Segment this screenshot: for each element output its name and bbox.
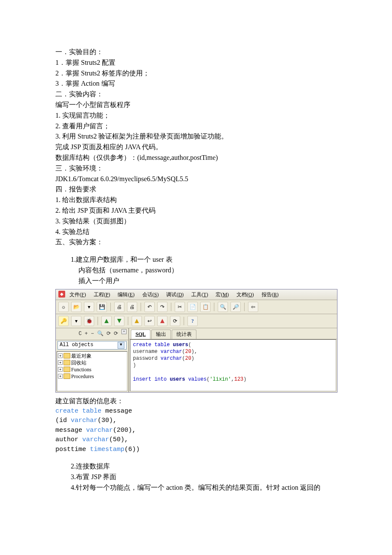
- sql-spec: (6)): [124, 446, 140, 453]
- step-3-line: 3.布置 JSP 界面: [55, 472, 337, 483]
- cut-icon[interactable]: ✂: [175, 302, 185, 312]
- section-2-title: 二．实验内容：: [55, 89, 337, 100]
- section-1-item: 3．掌握 Action 编写: [55, 78, 337, 89]
- menu-item[interactable]: 报告(R): [262, 291, 279, 299]
- section-2-item: 2. 查看用户留言；: [55, 121, 337, 132]
- tree-item[interactable]: +回收站: [58, 359, 126, 366]
- sql-create-message: create table message (id varchar(30), me…: [55, 407, 337, 455]
- help-icon[interactable]: ?: [187, 316, 198, 326]
- section-2-intro: 编写一个小型留言板程序: [55, 100, 337, 110]
- step-1-line: 1.建立用户数据库，和一个 user 表: [55, 254, 337, 265]
- tree-item[interactable]: +最近对象: [58, 353, 126, 359]
- tree-item[interactable]: +Functions: [58, 366, 126, 373]
- menu-item[interactable]: 会话(S): [142, 291, 159, 299]
- menu-item[interactable]: 编辑(E): [118, 291, 134, 299]
- tree-item-label: Procedures: [71, 373, 94, 380]
- find-icon[interactable]: 🔍: [218, 302, 228, 312]
- close-icon[interactable]: ×: [121, 329, 127, 334]
- sql-table-name: message: [101, 408, 132, 415]
- execute-step-icon[interactable]: [114, 316, 124, 326]
- section-1-item: 2．掌握 Struts2 标签库的使用；: [55, 68, 337, 79]
- tab-输出[interactable]: 输出: [151, 330, 171, 339]
- sql-column: id: [59, 417, 67, 424]
- object-tree[interactable]: +最近对象+回收站+Functions+Procedures: [57, 351, 127, 391]
- menu-item[interactable]: 宏(M): [216, 291, 229, 299]
- section-4-title: 四．报告要求: [55, 184, 337, 195]
- sql-type: varchar: [82, 436, 109, 443]
- menu-item[interactable]: 文件(F): [69, 291, 86, 299]
- folder-icon: [63, 373, 70, 379]
- dropdown-icon[interactable]: ▾: [71, 316, 81, 326]
- menu-item[interactable]: 文档(O): [236, 291, 254, 299]
- sql-type: varchar: [67, 417, 98, 424]
- section-4-item: 3. 实验结果（页面抓图）: [55, 216, 337, 227]
- expand-icon[interactable]: +: [58, 367, 63, 372]
- paste-icon[interactable]: 📋: [200, 302, 210, 312]
- refresh-icon[interactable]: ⟳: [170, 316, 180, 326]
- print-icon[interactable]: 🖨: [114, 302, 124, 312]
- tab-SQL[interactable]: SQL: [131, 330, 150, 339]
- section-4-item: 4. 实验总结: [55, 227, 337, 237]
- db-ide-screenshot: ◆ 文件(F)工程(P)编辑(E)会话(S)调试(D)工具(T)宏(M)文档(O…: [55, 289, 337, 393]
- sql-type: varchar: [86, 427, 113, 434]
- sql-keyword: create table: [55, 408, 101, 415]
- expand-icon[interactable]: +: [58, 360, 63, 365]
- save-icon[interactable]: 💾: [97, 302, 107, 312]
- tree-item-label: 回收站: [71, 359, 86, 366]
- step-2-line: 2.连接数据库: [55, 461, 337, 472]
- chevron-down-icon: ▼: [118, 342, 124, 349]
- sql-editor[interactable]: create table users( username varchar(20)…: [130, 339, 336, 391]
- section-5-title: 五、实验方案：: [55, 237, 337, 248]
- print-preview-icon[interactable]: 🖨: [127, 302, 137, 312]
- sql-column: message: [55, 427, 86, 434]
- sql-column: author: [55, 436, 82, 443]
- object-filter-select[interactable]: All objects ▼: [58, 341, 127, 350]
- object-filter-value: All objects: [60, 341, 93, 349]
- commit-icon[interactable]: [132, 316, 142, 326]
- app-icon: ◆: [58, 291, 65, 298]
- message-table-intro: 建立留言版的信息表：: [55, 396, 337, 407]
- sql-spec: (30),: [98, 417, 117, 424]
- object-browser: C + − 🔍 ⟳ ⟳ × All objects ▼ +最近对象+回收站+Fu…: [56, 328, 129, 392]
- explain-icon[interactable]: [157, 316, 167, 326]
- section-2-item: 1. 实现留言功能；: [55, 110, 337, 121]
- open-icon[interactable]: 📂: [71, 302, 81, 312]
- step-1-line: 内容包括（username，password）: [55, 265, 337, 276]
- menu-item[interactable]: 调试(D): [166, 291, 184, 299]
- tree-mini-toolbar: C + − 🔍 ⟳ ⟳: [77, 329, 120, 339]
- back-icon[interactable]: ⇦: [248, 302, 258, 312]
- find-next-icon[interactable]: 🔎: [231, 302, 241, 312]
- tree-item[interactable]: +Procedures: [58, 373, 126, 380]
- ide-menubar: ◆ 文件(F)工程(P)编辑(E)会话(S)调试(D)工具(T)宏(M)文档(O…: [56, 289, 337, 301]
- execute-icon[interactable]: [101, 316, 112, 326]
- editor-tabs: SQL输出统计表: [129, 328, 337, 339]
- copy-icon[interactable]: 📄: [187, 302, 198, 312]
- section-3-env: JDK1.6/Tomcat 6.0.29/myeclipse6.5/MySQL5…: [55, 174, 337, 185]
- section-4-item: 1. 给出数据库表结构: [55, 195, 337, 205]
- sql-paren: (: [55, 417, 59, 424]
- tree-item-label: Functions: [71, 366, 91, 373]
- redo-icon[interactable]: ↷: [157, 302, 167, 312]
- step-4-line: 4.针对每一个功能点，编写一个 action 类。编写相关的结果页面。针对 ac…: [55, 483, 337, 493]
- expand-icon[interactable]: +: [58, 353, 63, 358]
- ide-toolbar-1: ☼ 📂 ▾ 💾 🖨 🖨 ↶ ↷ ✂ 📄 📋 🔍 🔎 ⇦: [56, 300, 337, 314]
- rollback-icon[interactable]: ↩: [144, 316, 155, 326]
- bug-icon[interactable]: 🐞: [84, 316, 94, 326]
- section-2-item: 3. 利用 Struts2 验证框架为注册和登录页面增加验证功能。: [55, 131, 337, 142]
- dropdown-icon[interactable]: ▾: [84, 302, 94, 312]
- expand-icon[interactable]: +: [58, 374, 63, 379]
- undo-icon[interactable]: ↶: [144, 302, 155, 312]
- section-2-db: 数据库结构（仅供参考）：(id,message,author,postTime): [55, 153, 337, 163]
- menu-item[interactable]: 工具(T): [191, 291, 208, 299]
- tab-统计表[interactable]: 统计表: [172, 330, 196, 339]
- sql-type: timestamp: [90, 446, 124, 453]
- folder-icon: [63, 360, 70, 365]
- section-2-jsp: 完成 JSP 页面及相应的 JAVA 代码。: [55, 142, 337, 153]
- section-4-item: 2. 给出 JSP 页面和 JAVA 主要代码: [55, 205, 337, 216]
- bulb-icon[interactable]: ☼: [58, 302, 69, 312]
- folder-icon: [63, 367, 70, 372]
- folder-icon: [63, 353, 70, 358]
- sql-column: posttime: [55, 446, 90, 453]
- menu-item[interactable]: 工程(P): [94, 291, 110, 299]
- key-icon[interactable]: 🔑: [58, 316, 69, 326]
